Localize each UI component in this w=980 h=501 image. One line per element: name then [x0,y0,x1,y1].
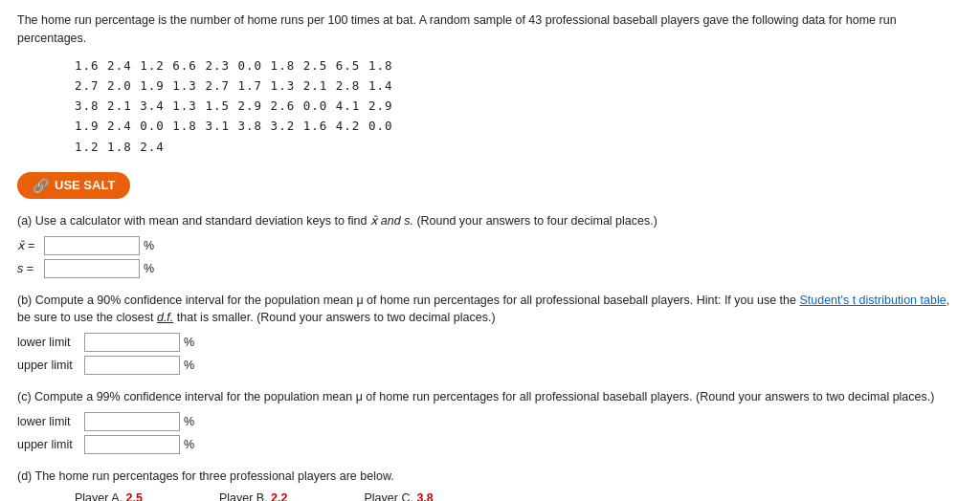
data-table: 1.6 2.4 1.2 6.6 2.3 0.0 1.8 2.5 6.5 1.8 … [75,55,963,157]
c-lower-unit: % [184,415,194,428]
xbar-input[interactable] [44,236,140,255]
section-b: (b) Compute a 90% confidence interval fo… [17,292,963,376]
c-upper-input[interactable] [84,435,180,454]
player-b: Player B, 2.2 [219,491,288,502]
c-upper-row: upper limit % [17,435,963,454]
b-upper-input[interactable] [84,356,180,375]
use-salt-button[interactable]: 🔗 USE SALT [17,172,130,199]
player-c-value: 3.8 [416,491,433,502]
c-lower-row: lower limit % [17,412,963,431]
section-d: (d) The home run percentages for three p… [17,468,963,501]
t-distribution-link[interactable]: Student's t distribution table [799,294,946,307]
b-lower-input[interactable] [84,333,180,352]
b-upper-row: upper limit % [17,356,963,375]
xbar-row: x̄ = % [17,236,963,255]
player-c: Player C, 3.8 [365,491,434,502]
b-upper-unit: % [184,359,194,372]
b-lower-unit: % [184,336,194,349]
intro-text: The home run percentage is the number of… [17,11,963,48]
c-lower-input[interactable] [84,412,180,431]
s-unit: % [144,262,154,275]
b-upper-label: upper limit [17,359,84,372]
section-c-label: (c) Compute a 99% confidence interval fo… [17,388,963,406]
player-a-value: 2.5 [126,491,143,502]
s-input[interactable] [44,259,140,278]
link-icon: 🔗 [33,178,49,193]
b-lower-row: lower limit % [17,333,963,352]
data-row-3: 3.8 2.1 3.4 1.3 1.5 2.9 2.6 0.0 4.1 2.9 [75,96,963,116]
part-a-formula: x̄ and s. [370,214,416,228]
player-row: Player A, 2.5 Player B, 2.2 Player C, 3.… [75,491,963,502]
c-upper-label: upper limit [17,438,84,451]
section-b-label: (b) Compute a 90% confidence interval fo… [17,292,963,328]
data-row-4: 1.9 2.4 0.0 1.8 3.1 3.8 3.2 1.6 4.2 0.0 [75,116,963,136]
section-c: (c) Compute a 99% confidence interval fo… [17,388,963,454]
salt-button-label: USE SALT [55,178,115,192]
data-row-2: 2.7 2.0 1.9 1.3 2.7 1.7 1.3 2.1 2.8 1.4 [75,76,963,96]
df-text: d.f. [157,311,173,324]
section-a: (a) Use a calculator with mean and stand… [17,212,963,278]
s-label: s = [17,262,44,275]
player-b-value: 2.2 [271,491,287,502]
c-lower-label: lower limit [17,415,84,428]
s-row: s = % [17,259,963,278]
data-row-5: 1.2 1.8 2.4 [75,137,963,157]
section-d-label: (d) The home run percentages for three p… [17,468,963,486]
b-lower-label: lower limit [17,336,84,349]
xbar-label: x̄ = [17,238,44,252]
section-a-label: (a) Use a calculator with mean and stand… [17,212,963,230]
data-row-1: 1.6 2.4 1.2 6.6 2.3 0.0 1.8 2.5 6.5 1.8 [75,55,963,76]
xbar-unit: % [144,239,154,252]
c-upper-unit: % [184,438,194,451]
player-a: Player A, 2.5 [75,491,143,502]
